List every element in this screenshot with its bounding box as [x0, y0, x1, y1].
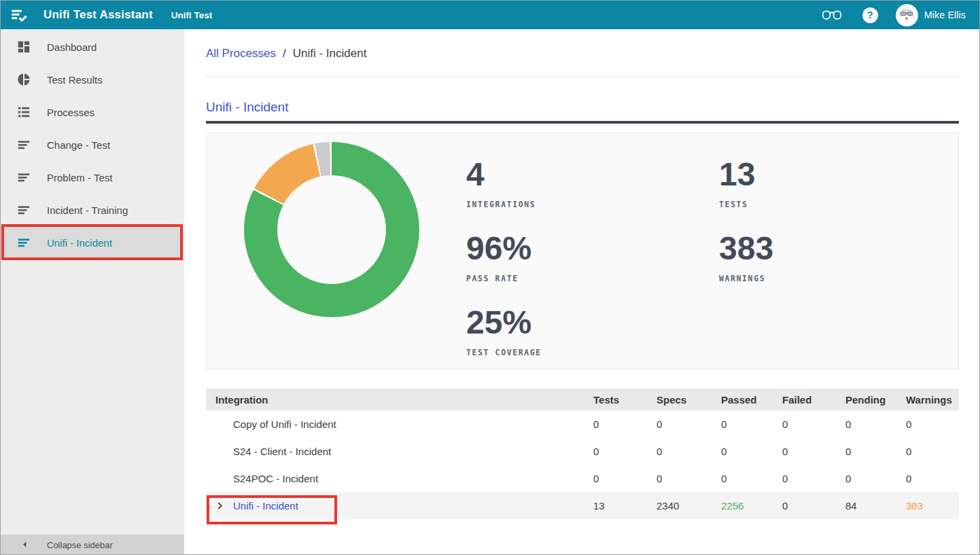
cell-warnings: 0 — [906, 473, 959, 484]
collapse-label: Collapse sidebar — [47, 540, 113, 550]
cell-pending: 84 — [845, 500, 906, 512]
process-lines-icon — [16, 235, 31, 250]
cell-tests: 13 — [593, 500, 657, 512]
column-header-failed: Failed — [782, 394, 845, 406]
app-subtitle: Unifi Test — [171, 10, 213, 20]
stat-test-coverage: 25% TEST COVERAGE — [466, 306, 542, 357]
stat-tests: 13 TESTS — [719, 158, 773, 209]
cell-tests: 0 — [593, 418, 657, 430]
column-header-passed: Passed — [721, 394, 782, 406]
stat-integrations: 4 INTEGRATIONS — [466, 158, 542, 209]
breadcrumb-separator: / — [283, 47, 286, 60]
help-icon[interactable]: ? — [862, 7, 878, 23]
stat-value: 13 — [719, 158, 773, 192]
breadcrumb-all-processes-link[interactable]: All Processes — [206, 47, 276, 60]
stat-label: INTEGRATIONS — [466, 200, 542, 209]
table-row[interactable]: Copy of Unifi - Incident 0 0 0 0 0 0 — [206, 410, 959, 437]
cell-warnings: 383 — [906, 500, 959, 512]
bulleted-list-icon — [16, 105, 31, 120]
donut-chart — [244, 142, 419, 317]
pie-chart-icon — [16, 72, 31, 87]
collapse-arrow-icon — [21, 540, 29, 550]
sidebar-item-label: Change - Test — [47, 139, 110, 151]
integration-name: S24POC - Incident — [206, 473, 593, 484]
user-name: Mike Ellis — [924, 10, 966, 20]
sidebar-item-processes[interactable]: Processes — [1, 96, 184, 128]
cell-tests: 0 — [593, 473, 657, 484]
top-bar: Unifi Test Assistant Unifi Test ? — [1, 1, 979, 29]
table-header-row: Integration Tests Specs Passed Failed Pe… — [206, 389, 959, 410]
breadcrumb: All Processes / Unifi - Incident — [206, 47, 959, 60]
stat-label: TESTS — [719, 200, 773, 209]
column-header-specs: Specs — [657, 394, 721, 406]
cell-pending: 0 — [845, 418, 906, 430]
glasses-icon[interactable] — [822, 8, 842, 22]
column-header-pending: Pending — [845, 394, 906, 406]
process-lines-icon — [16, 137, 31, 152]
stat-label: WARNINGS — [719, 274, 773, 283]
cell-pending: 0 — [845, 446, 906, 457]
cell-failed: 0 — [782, 418, 845, 430]
menu-checklist-icon[interactable] — [10, 6, 29, 24]
summary-panel: 4 INTEGRATIONS 96% PASS RATE 25% TEST CO… — [206, 132, 959, 370]
stats-column-right: 13 TESTS 383 WARNINGS — [719, 158, 773, 306]
sidebar-item-label: Dashboard — [47, 41, 97, 53]
cell-warnings: 0 — [906, 418, 959, 430]
process-lines-icon — [16, 170, 31, 185]
column-header-integration: Integration — [206, 394, 593, 406]
cell-specs: 2340 — [657, 500, 721, 512]
integration-link[interactable]: Unifi - Incident — [233, 500, 298, 512]
column-header-tests: Tests — [593, 394, 657, 406]
cell-passed: 0 — [721, 446, 782, 457]
sidebar-item-problem-test[interactable]: Problem - Test — [1, 161, 184, 194]
stat-value: 383 — [719, 232, 773, 266]
stat-value: 25% — [466, 306, 542, 340]
dashboard-icon — [16, 39, 31, 54]
sidebar-item-label: Problem - Test — [47, 172, 112, 183]
app-window: Unifi Test Assistant Unifi Test ? — [0, 0, 980, 555]
integration-name-cell: Unifi - Incident — [206, 500, 593, 512]
cell-failed: 0 — [782, 446, 845, 457]
cell-failed: 0 — [782, 473, 845, 484]
avatar[interactable] — [896, 4, 918, 26]
cell-warnings: 0 — [906, 446, 959, 457]
integration-name: S24 - Client - Incident — [206, 446, 593, 457]
sidebar-item-dashboard[interactable]: Dashboard — [1, 31, 184, 63]
stats-column-left: 4 INTEGRATIONS 96% PASS RATE 25% TEST CO… — [466, 158, 542, 380]
app-title: Unifi Test Assistant — [43, 8, 153, 22]
sidebar: Dashboard Test Results — [1, 29, 184, 555]
table-row[interactable]: S24POC - Incident 0 0 0 0 0 0 — [206, 465, 959, 492]
cell-passed: 0 — [721, 418, 782, 430]
sidebar-item-change-test[interactable]: Change - Test — [1, 128, 184, 161]
cell-failed: 0 — [782, 500, 845, 512]
breadcrumb-divider — [206, 76, 959, 77]
page-title: Unifi - Incident — [206, 100, 959, 115]
sidebar-item-label: Unifi - Incident — [47, 237, 112, 249]
title-underline — [206, 121, 959, 124]
sidebar-item-label: Incident - Training — [47, 204, 128, 216]
sidebar-item-label: Test Results — [47, 74, 103, 86]
integration-name: Copy of Unifi - Incident — [206, 418, 593, 430]
sidebar-item-incident-training[interactable]: Incident - Training — [1, 194, 184, 226]
process-lines-icon — [16, 202, 31, 217]
cell-tests: 0 — [593, 446, 657, 457]
main-content: All Processes / Unifi - Incident Unifi -… — [184, 29, 979, 555]
stat-warnings: 383 WARNINGS — [719, 232, 773, 283]
cell-passed: 2256 — [721, 500, 782, 512]
breadcrumb-current: Unifi - Incident — [293, 47, 367, 60]
sidebar-nav: Dashboard Test Results — [1, 29, 184, 259]
cell-pending: 0 — [845, 473, 906, 484]
stat-pass-rate: 96% PASS RATE — [466, 232, 542, 283]
table-row-unifi-incident[interactable]: Unifi - Incident 13 2340 2256 0 84 383 — [206, 492, 959, 519]
integrations-table: Integration Tests Specs Passed Failed Pe… — [206, 389, 959, 519]
sidebar-item-unifi-incident[interactable]: Unifi - Incident — [1, 226, 184, 259]
cell-specs: 0 — [657, 446, 721, 457]
column-header-warnings: Warnings — [906, 394, 959, 406]
cell-passed: 0 — [721, 473, 782, 484]
collapse-sidebar-button[interactable]: Collapse sidebar — [1, 535, 184, 555]
cell-specs: 0 — [657, 418, 721, 430]
sidebar-item-test-results[interactable]: Test Results — [1, 63, 184, 96]
stat-label: TEST COVERAGE — [466, 348, 542, 357]
expand-chevron-icon[interactable] — [215, 501, 224, 510]
table-row[interactable]: S24 - Client - Incident 0 0 0 0 0 0 — [206, 437, 959, 465]
